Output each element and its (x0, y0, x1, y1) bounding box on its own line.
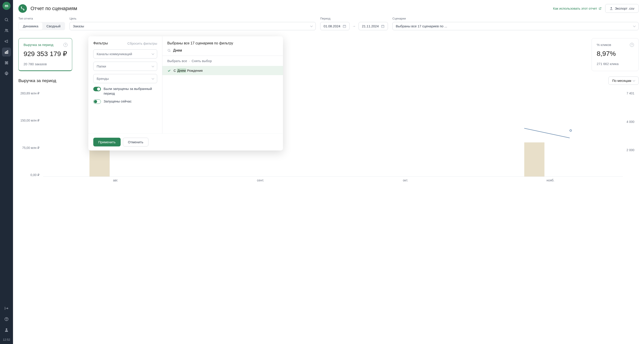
card-clicks-sub: 271 662 клика (597, 62, 634, 66)
chevron-down-icon (152, 52, 154, 55)
toggle-running-now-label: Запущены сейчас (104, 99, 132, 104)
arrow-right-icon: → (352, 24, 356, 28)
check-icon (167, 69, 171, 72)
nav-help[interactable] (2, 314, 11, 324)
toggle-launched-period[interactable] (93, 87, 101, 91)
chevron-down-icon (633, 24, 636, 27)
nav-logout[interactable] (2, 304, 11, 313)
gear-icon (4, 71, 9, 76)
sidebar: m 12:52 (0, 0, 13, 344)
scenario-icon (21, 6, 25, 10)
brands-select[interactable]: Бренды (93, 74, 157, 83)
user-icon (4, 328, 9, 332)
scenarios-dropdown: Фильтры Сбросить фильтры Каналы коммуник… (88, 36, 283, 150)
card-revenue[interactable]: Выручка за период ? 929 353 179 ₽ 20 780… (18, 38, 72, 71)
card-clicks[interactable]: % кликов ? 8,97% 271 662 клика (592, 38, 638, 71)
apply-button[interactable]: Применить (93, 138, 121, 146)
toggle-launched-period-label: Были запущены за выбранный период (104, 86, 157, 96)
chart-bar-nov (524, 142, 544, 176)
nav-users[interactable] (2, 26, 11, 35)
svg-point-12 (24, 10, 24, 10)
goal-select[interactable]: Заказы (70, 22, 316, 30)
search-icon (4, 18, 9, 22)
svg-point-2 (6, 29, 6, 30)
logout-icon (4, 306, 9, 310)
svg-point-11 (21, 7, 22, 8)
upload-icon (610, 7, 613, 10)
search-icon (167, 49, 171, 52)
card-revenue-title: Выручка за период (24, 43, 67, 47)
nav-integrations[interactable] (2, 58, 11, 67)
card-revenue-value: 929 353 179 ₽ (24, 50, 67, 58)
x-axis: авг. сент. окт. нояб. (18, 177, 638, 182)
nav-reports[interactable] (2, 48, 11, 56)
app-logo[interactable]: m (2, 2, 10, 10)
page-title: Отчет по сценариям (30, 6, 549, 12)
reset-filters-link[interactable]: Сбросить фильтры (127, 42, 157, 45)
sidebar-time: 12:52 (3, 336, 10, 344)
external-link-icon (598, 7, 602, 10)
chart-line-point (570, 130, 572, 132)
help-icon (4, 317, 9, 321)
select-all-link[interactable]: Выбрать все (167, 59, 187, 63)
scenarios-label: Сценарии (392, 17, 638, 20)
nav-profile[interactable] (2, 326, 11, 334)
scenario-result-item[interactable]: С Днем Рождения (162, 66, 283, 75)
nav-campaigns[interactable] (2, 37, 11, 46)
y-axis-left: 283,89 млн ₽ 150,00 млн ₽ 75,00 млн ₽ 0,… (18, 92, 43, 177)
search-highlight: Днем (177, 68, 186, 73)
card-revenue-sub: 20 780 заказов (24, 62, 67, 66)
chevron-down-icon (152, 64, 154, 67)
calendar-icon (381, 24, 384, 28)
svg-line-22 (170, 51, 170, 52)
tab-summary[interactable]: Сводный (42, 22, 64, 30)
svg-point-3 (7, 30, 8, 30)
report-icon (18, 4, 27, 13)
date-from-input[interactable]: 01.08.2024 (320, 22, 350, 30)
svg-rect-13 (343, 25, 346, 28)
granularity-select[interactable]: По месяцам (608, 76, 638, 85)
results-pane-title: Выбраны все 17 сценариев по фильтру (162, 36, 283, 48)
svg-point-10 (6, 328, 8, 330)
megaphone-icon (4, 39, 9, 44)
date-to-input[interactable]: 21.11.2024 (358, 22, 388, 30)
filters-row: Тип отчета Динамика Сводный Цель Заказы … (13, 17, 644, 34)
svg-rect-5 (6, 51, 7, 54)
svg-rect-4 (5, 52, 6, 54)
export-button[interactable]: Экспорт .csv (605, 4, 638, 13)
filters-pane-title: Фильтры (93, 41, 108, 45)
dropdown-results-pane: Выбраны все 17 сценариев по фильтру Выбр… (162, 36, 283, 134)
period-label: Период (320, 17, 388, 20)
toggle-running-now[interactable] (93, 99, 101, 104)
cancel-button[interactable]: Отменить (123, 138, 149, 146)
deselect-all-link[interactable]: Снять выбор (192, 59, 212, 63)
scenarios-select[interactable]: Выбраны все 17 сценариев по ... (392, 22, 638, 30)
nav-settings[interactable] (2, 69, 11, 78)
svg-point-21 (168, 49, 170, 51)
dropdown-filters-pane: Фильтры Сбросить фильтры Каналы коммуник… (88, 36, 162, 134)
svg-rect-17 (382, 25, 384, 28)
users-icon (4, 28, 9, 33)
scenario-search-input[interactable] (173, 48, 278, 52)
report-type-label: Тип отчета (18, 17, 65, 20)
report-type-tabs: Динамика Сводный (18, 22, 65, 30)
folders-select[interactable]: Папки (93, 62, 157, 71)
svg-point-9 (6, 320, 7, 320)
calendar-icon (343, 24, 346, 28)
channels-select[interactable]: Каналы коммуникаций (93, 49, 157, 58)
chart-line-segment (524, 128, 570, 138)
page-header: Отчет по сценариям Как использовать этот… (13, 0, 644, 17)
help-link[interactable]: Как использовать этот отчет (553, 6, 602, 10)
svg-rect-6 (7, 50, 8, 53)
chevron-down-icon (152, 77, 154, 80)
info-icon[interactable]: ? (630, 43, 634, 47)
puzzle-icon (4, 60, 9, 65)
card-clicks-value: 8,97% (597, 50, 634, 58)
svg-point-7 (6, 73, 7, 74)
goal-label: Цель (70, 17, 316, 20)
chart-title: Выручка за период (18, 78, 56, 83)
tab-dynamics[interactable]: Динамика (19, 22, 42, 30)
chevron-down-icon (310, 24, 312, 27)
y-axis-right: 7 401 4 000 2 000 (623, 92, 638, 177)
nav-search[interactable] (2, 15, 11, 24)
